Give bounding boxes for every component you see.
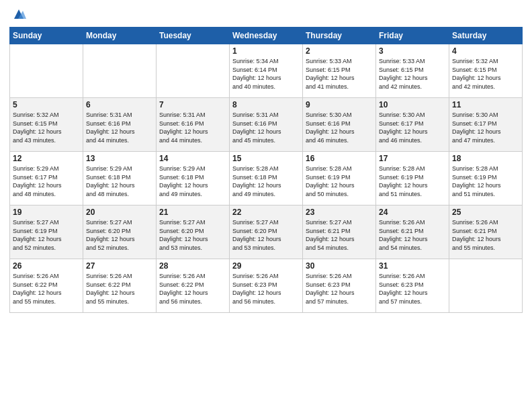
day-number: 9 (306, 100, 373, 109)
calendar-cell: 23Sunrise: 5:27 AM Sunset: 6:21 PM Dayli… (303, 205, 376, 259)
day-number: 24 (379, 208, 446, 217)
day-info: Sunrise: 5:30 AM Sunset: 6:17 PM Dayligh… (452, 111, 519, 144)
day-info: Sunrise: 5:28 AM Sunset: 6:19 PM Dayligh… (452, 165, 519, 198)
calendar-cell: 14Sunrise: 5:29 AM Sunset: 6:18 PM Dayli… (157, 152, 230, 205)
weekday-header-thursday: Thursday (303, 28, 376, 44)
page-container: SundayMondayTuesdayWednesdayThursdayFrid… (0, 0, 532, 320)
calendar-week-2: 5Sunrise: 5:32 AM Sunset: 6:15 PM Daylig… (10, 98, 523, 152)
calendar-week-5: 26Sunrise: 5:26 AM Sunset: 6:22 PM Dayli… (10, 259, 523, 313)
calendar-cell: 17Sunrise: 5:28 AM Sunset: 6:19 PM Dayli… (376, 152, 449, 205)
weekday-header-monday: Monday (83, 28, 157, 44)
day-number: 26 (13, 261, 80, 271)
day-info: Sunrise: 5:27 AM Sunset: 6:20 PM Dayligh… (232, 218, 300, 252)
calendar-cell: 30Sunrise: 5:26 AM Sunset: 6:23 PM Dayli… (303, 259, 376, 313)
calendar-cell: 26Sunrise: 5:26 AM Sunset: 6:22 PM Dayli… (10, 259, 83, 313)
day-number: 17 (379, 154, 446, 163)
day-number: 27 (86, 261, 153, 271)
calendar-cell: 22Sunrise: 5:27 AM Sunset: 6:20 PM Dayli… (230, 205, 303, 259)
calendar-cell: 31Sunrise: 5:26 AM Sunset: 6:23 PM Dayli… (376, 259, 449, 313)
day-info: Sunrise: 5:30 AM Sunset: 6:17 PM Dayligh… (379, 111, 446, 144)
calendar-week-3: 12Sunrise: 5:29 AM Sunset: 6:17 PM Dayli… (10, 152, 523, 205)
day-number: 18 (452, 154, 519, 163)
day-info: Sunrise: 5:29 AM Sunset: 6:18 PM Dayligh… (86, 165, 153, 198)
calendar-cell: 20Sunrise: 5:27 AM Sunset: 6:20 PM Dayli… (83, 205, 157, 259)
calendar-week-4: 19Sunrise: 5:27 AM Sunset: 6:19 PM Dayli… (10, 205, 523, 259)
calendar-cell (449, 259, 523, 313)
day-number: 14 (159, 154, 226, 163)
calendar-cell: 18Sunrise: 5:28 AM Sunset: 6:19 PM Dayli… (449, 152, 523, 205)
calendar-cell: 13Sunrise: 5:29 AM Sunset: 6:18 PM Dayli… (83, 152, 157, 205)
day-info: Sunrise: 5:31 AM Sunset: 6:16 PM Dayligh… (232, 111, 300, 144)
day-number: 23 (306, 208, 373, 217)
weekday-header-wednesday: Wednesday (230, 28, 303, 44)
calendar-cell: 5Sunrise: 5:32 AM Sunset: 6:15 PM Daylig… (10, 98, 83, 152)
day-number: 25 (452, 208, 519, 217)
calendar-table: SundayMondayTuesdayWednesdayThursdayFrid… (9, 27, 523, 313)
weekday-header-row: SundayMondayTuesdayWednesdayThursdayFrid… (10, 28, 523, 44)
day-info: Sunrise: 5:26 AM Sunset: 6:22 PM Dayligh… (13, 272, 80, 306)
day-number: 6 (86, 100, 153, 109)
weekday-header-sunday: Sunday (10, 28, 83, 44)
day-number: 15 (232, 154, 300, 163)
calendar-cell: 1Sunrise: 5:34 AM Sunset: 6:14 PM Daylig… (230, 44, 303, 98)
day-number: 29 (232, 261, 300, 271)
day-info: Sunrise: 5:28 AM Sunset: 6:19 PM Dayligh… (379, 165, 446, 198)
day-number: 2 (306, 46, 373, 56)
calendar-cell: 7Sunrise: 5:31 AM Sunset: 6:16 PM Daylig… (157, 98, 230, 152)
day-number: 10 (379, 100, 446, 109)
calendar-cell: 3Sunrise: 5:33 AM Sunset: 6:15 PM Daylig… (376, 44, 449, 98)
day-info: Sunrise: 5:33 AM Sunset: 6:15 PM Dayligh… (306, 57, 373, 91)
weekday-header-saturday: Saturday (449, 28, 523, 44)
day-info: Sunrise: 5:26 AM Sunset: 6:23 PM Dayligh… (306, 272, 373, 306)
day-info: Sunrise: 5:26 AM Sunset: 6:21 PM Dayligh… (452, 218, 519, 252)
day-info: Sunrise: 5:29 AM Sunset: 6:17 PM Dayligh… (13, 165, 80, 198)
day-number: 12 (13, 154, 80, 163)
calendar-cell (10, 44, 83, 98)
day-number: 11 (452, 100, 519, 109)
calendar-cell: 19Sunrise: 5:27 AM Sunset: 6:19 PM Dayli… (10, 205, 83, 259)
calendar-cell (83, 44, 157, 98)
day-number: 4 (452, 46, 519, 56)
day-number: 28 (159, 261, 226, 271)
day-info: Sunrise: 5:32 AM Sunset: 6:15 PM Dayligh… (452, 57, 519, 91)
day-number: 20 (86, 208, 153, 217)
calendar-cell: 11Sunrise: 5:30 AM Sunset: 6:17 PM Dayli… (449, 98, 523, 152)
calendar-cell: 29Sunrise: 5:26 AM Sunset: 6:23 PM Dayli… (230, 259, 303, 313)
weekday-header-friday: Friday (376, 28, 449, 44)
day-number: 8 (232, 100, 300, 109)
day-number: 22 (232, 208, 300, 217)
day-info: Sunrise: 5:26 AM Sunset: 6:23 PM Dayligh… (232, 272, 300, 306)
calendar-cell: 9Sunrise: 5:30 AM Sunset: 6:16 PM Daylig… (303, 98, 376, 152)
day-info: Sunrise: 5:29 AM Sunset: 6:18 PM Dayligh… (159, 165, 226, 198)
day-info: Sunrise: 5:28 AM Sunset: 6:19 PM Dayligh… (306, 165, 373, 198)
calendar-week-1: 1Sunrise: 5:34 AM Sunset: 6:14 PM Daylig… (10, 44, 523, 98)
calendar-cell: 27Sunrise: 5:26 AM Sunset: 6:22 PM Dayli… (83, 259, 157, 313)
day-info: Sunrise: 5:31 AM Sunset: 6:16 PM Dayligh… (86, 111, 153, 144)
day-number: 13 (86, 154, 153, 163)
day-info: Sunrise: 5:34 AM Sunset: 6:14 PM Dayligh… (232, 57, 300, 91)
day-info: Sunrise: 5:26 AM Sunset: 6:22 PM Dayligh… (86, 272, 153, 306)
day-info: Sunrise: 5:27 AM Sunset: 6:19 PM Dayligh… (13, 218, 80, 252)
day-info: Sunrise: 5:32 AM Sunset: 6:15 PM Dayligh… (13, 111, 80, 144)
calendar-cell: 4Sunrise: 5:32 AM Sunset: 6:15 PM Daylig… (449, 44, 523, 98)
calendar-cell: 12Sunrise: 5:29 AM Sunset: 6:17 PM Dayli… (10, 152, 83, 205)
calendar-cell: 16Sunrise: 5:28 AM Sunset: 6:19 PM Dayli… (303, 152, 376, 205)
calendar-cell: 21Sunrise: 5:27 AM Sunset: 6:20 PM Dayli… (157, 205, 230, 259)
calendar-cell: 28Sunrise: 5:26 AM Sunset: 6:22 PM Dayli… (157, 259, 230, 313)
day-number: 16 (306, 154, 373, 163)
day-info: Sunrise: 5:26 AM Sunset: 6:22 PM Dayligh… (159, 272, 226, 306)
calendar-cell: 8Sunrise: 5:31 AM Sunset: 6:16 PM Daylig… (230, 98, 303, 152)
calendar-cell: 10Sunrise: 5:30 AM Sunset: 6:17 PM Dayli… (376, 98, 449, 152)
logo-icon (11, 7, 26, 21)
calendar-cell: 2Sunrise: 5:33 AM Sunset: 6:15 PM Daylig… (303, 44, 376, 98)
calendar-cell: 24Sunrise: 5:26 AM Sunset: 6:21 PM Dayli… (376, 205, 449, 259)
day-number: 3 (379, 46, 446, 56)
day-info: Sunrise: 5:26 AM Sunset: 6:21 PM Dayligh… (379, 218, 446, 252)
weekday-header-tuesday: Tuesday (157, 28, 230, 44)
logo (9, 7, 26, 21)
page-header (9, 7, 523, 21)
calendar-cell (157, 44, 230, 98)
day-number: 7 (159, 100, 226, 109)
day-number: 21 (159, 208, 226, 217)
day-number: 5 (13, 100, 80, 109)
